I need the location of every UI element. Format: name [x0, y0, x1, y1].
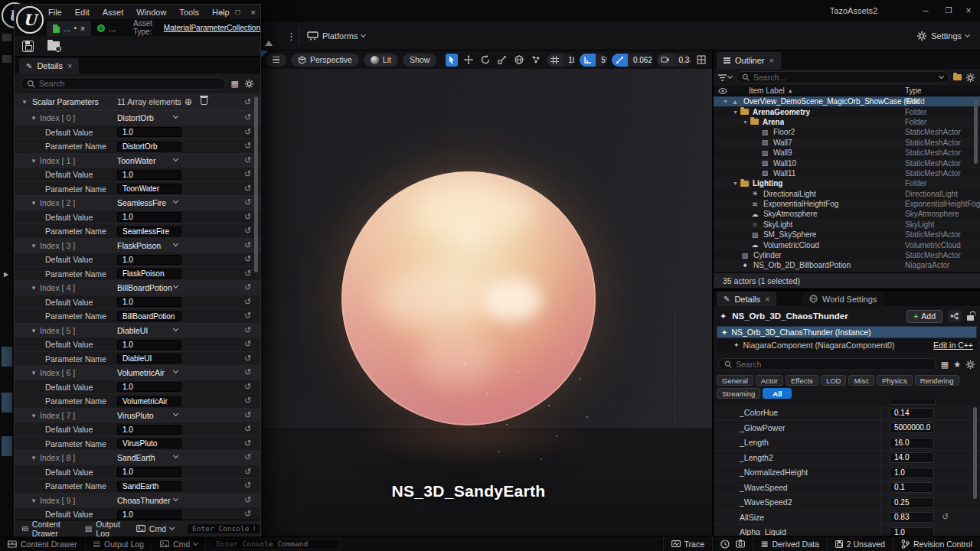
perspective-button[interactable]: Perspective: [291, 54, 359, 67]
parameter-search[interactable]: [21, 77, 226, 90]
reset-to-default-icon[interactable]: ↺: [244, 283, 251, 292]
parameter-name-row[interactable]: Parameter Name FlaskPoison ↺: [15, 267, 260, 282]
parameter-name-row[interactable]: Parameter Name DiableUI ↺: [15, 352, 260, 367]
index-row[interactable]: ▼ Index [ 5 ] DiableUI ↺: [15, 324, 260, 338]
reset-to-default-icon[interactable]: ↺: [244, 468, 251, 476]
output-log-button[interactable]: ▤ Output Log: [86, 536, 152, 551]
reset-to-default-icon[interactable]: ↺: [244, 326, 251, 334]
outliner-row[interactable]: ▼ OverView_DemoScene_MagicOrb_ShowCase (…: [714, 96, 980, 106]
outliner-row[interactable]: ▼ Floor2 StaticMeshActor: [714, 127, 980, 137]
reset-to-default-icon[interactable]: ↺: [244, 184, 251, 193]
expand-caret-icon[interactable]: ▼: [21, 99, 28, 106]
new-folder-icon[interactable]: [953, 74, 962, 80]
default-value-field[interactable]: 1.0: [117, 340, 181, 350]
details-search[interactable]: [718, 358, 936, 370]
favorites-icon[interactable]: ★: [953, 360, 961, 370]
outliner-row[interactable]: ▼ Wall10 StaticMeshActor: [714, 158, 980, 168]
insights-buttons[interactable]: [713, 536, 753, 551]
close-button[interactable]: ×: [959, 0, 978, 21]
default-value-row[interactable]: Default Value 1.0 ↺: [15, 168, 260, 182]
menu-edit[interactable]: Edit: [75, 8, 90, 17]
element-dropdown[interactable]: SeamlessFire: [117, 196, 166, 210]
property-row[interactable]: _NormalizedHeight 1.0 ↺: [714, 465, 980, 481]
surface-snap-button[interactable]: [530, 54, 542, 67]
sandy-earth-orb[interactable]: [341, 171, 596, 425]
parameter-name-row[interactable]: Parameter Name VirusPluto ↺: [15, 437, 260, 452]
reset-to-default-icon[interactable]: ↺: [244, 481, 251, 490]
parameter-name-field[interactable]: DistortOrb: [117, 142, 181, 152]
camera-speed-control[interactable]: 0.33: [657, 54, 691, 67]
outliner-row[interactable]: ▼ Arena Folder: [714, 117, 980, 127]
lock-icon[interactable]: [967, 315, 974, 321]
parameter-name-field[interactable]: DiableUI: [117, 354, 181, 364]
property-row[interactable]: _WaveSpeed 0.1 ↺: [714, 481, 980, 496]
parameter-name-field[interactable]: BillBoardPotion: [117, 311, 181, 321]
blueprint-hierarchy-button[interactable]: [948, 310, 962, 322]
parameter-name-field[interactable]: SeamlessFire: [117, 227, 181, 236]
element-dropdown[interactable]: BillBoardPotion: [117, 281, 172, 295]
reset-to-default-icon[interactable]: ↺: [244, 298, 251, 306]
tab-outliner[interactable]: Outliner ×: [717, 52, 781, 69]
reset-to-default-icon[interactable]: ↺: [244, 170, 251, 178]
outliner-row[interactable]: ▼ ExponentialHeightFog ExponentialHeight…: [714, 199, 980, 209]
outliner-scrollbar[interactable]: [974, 99, 978, 164]
filter-chip[interactable]: Physics: [877, 375, 913, 386]
property-row[interactable]: _GlowPower 5000000.0 ↺: [714, 421, 980, 436]
derived-data-button[interactable]: ▦ Derived Data: [753, 536, 828, 551]
parameter-name-row[interactable]: Parameter Name SandEarth ↺: [15, 479, 260, 494]
minimize-button[interactable]: –: [220, 8, 224, 17]
element-dropdown[interactable]: ChoasThunder: [117, 494, 170, 507]
property-value-field[interactable]: 0.1: [890, 482, 934, 493]
reset-to-default-icon[interactable]: ↺: [244, 98, 251, 106]
parameter-name-row[interactable]: Parameter Name DistortOrb ↺: [15, 139, 260, 154]
show-menu-button[interactable]: Show: [403, 54, 436, 67]
outliner-search-input[interactable]: [753, 73, 936, 82]
outliner-column-header[interactable]: Item Label▲ Type: [714, 86, 980, 96]
element-dropdown[interactable]: VirusPluto: [117, 409, 154, 422]
reset-to-default-icon[interactable]: ↺: [244, 198, 251, 207]
reset-to-default-icon[interactable]: ↺: [244, 411, 251, 419]
reset-to-default-icon[interactable]: ↺: [244, 340, 251, 348]
close-icon[interactable]: ×: [765, 295, 769, 304]
reset-to-default-icon[interactable]: ↺: [244, 496, 251, 504]
maximize-button[interactable]: □: [236, 8, 240, 16]
default-value-field[interactable]: 1.0: [117, 297, 181, 307]
parameter-name-field[interactable]: VirusPluto: [117, 439, 181, 448]
property-value-field[interactable]: 0.25: [890, 497, 934, 508]
outliner-row[interactable]: ▼ Cylinder StaticMeshActor: [714, 250, 980, 260]
menu-asset[interactable]: Asset: [103, 8, 124, 17]
unreal-logo[interactable]: U: [16, 6, 44, 34]
unsaved-button[interactable]: 2 Unsaved: [828, 536, 893, 551]
asset-type-link[interactable]: MaterialParameterCollection: [164, 24, 260, 32]
filter-chip[interactable]: Effects: [786, 375, 818, 386]
outliner-row[interactable]: ▼ Wall9 StaticMeshActor: [714, 148, 980, 158]
viewport-canvas[interactable]: NS_3D_SandyEarth: [261, 69, 712, 536]
reset-to-default-icon[interactable]: ↺: [244, 156, 251, 165]
default-value-field[interactable]: 1.0: [117, 467, 181, 477]
filter-icon[interactable]: [718, 74, 732, 81]
element-dropdown[interactable]: DistortOrb: [117, 111, 154, 125]
default-value-row[interactable]: Default Value 1.0 ↺: [15, 126, 260, 140]
reset-to-default-icon[interactable]: ↺: [244, 425, 251, 433]
index-row[interactable]: ▼ Index [ 1 ] ToonWater ↺: [15, 154, 260, 168]
outliner-row[interactable]: ▼ VolumetricCloud VolumetricCloud: [714, 240, 980, 249]
gear-icon[interactable]: [965, 360, 975, 370]
element-dropdown[interactable]: DiableUI: [117, 324, 148, 337]
index-row[interactable]: ▼ Index [ 9 ] ChoasThunder ↺: [15, 494, 260, 508]
default-value-field[interactable]: 1.0: [117, 212, 181, 222]
property-row[interactable]: _WaveSpeed2 0.25 ↺: [714, 495, 980, 510]
minimize-button[interactable]: –: [916, 0, 936, 21]
parameter-name-row[interactable]: Parameter Name SeamlessFire ↺: [15, 224, 260, 239]
reset-to-default-icon[interactable]: ↺: [244, 396, 251, 405]
reset-to-default-icon[interactable]: ↺: [244, 383, 251, 391]
outliner-row[interactable]: ▼ SM_SkySphere StaticMeshActor: [714, 230, 980, 240]
scale-snap-control[interactable]: 0.0625: [612, 54, 652, 67]
lit-mode-button[interactable]: Lit: [364, 54, 398, 67]
gear-icon[interactable]: [244, 79, 254, 89]
default-value-row[interactable]: Default Value 1.0 ↺: [15, 380, 260, 395]
menu-tools[interactable]: Tools: [179, 8, 199, 17]
filter-chip[interactable]: LOD: [821, 375, 847, 386]
parameter-name-field[interactable]: SandEarth: [117, 481, 181, 491]
parameter-name-field[interactable]: FlaskPoison: [117, 269, 181, 279]
display-options-icon[interactable]: ▦: [941, 360, 949, 370]
